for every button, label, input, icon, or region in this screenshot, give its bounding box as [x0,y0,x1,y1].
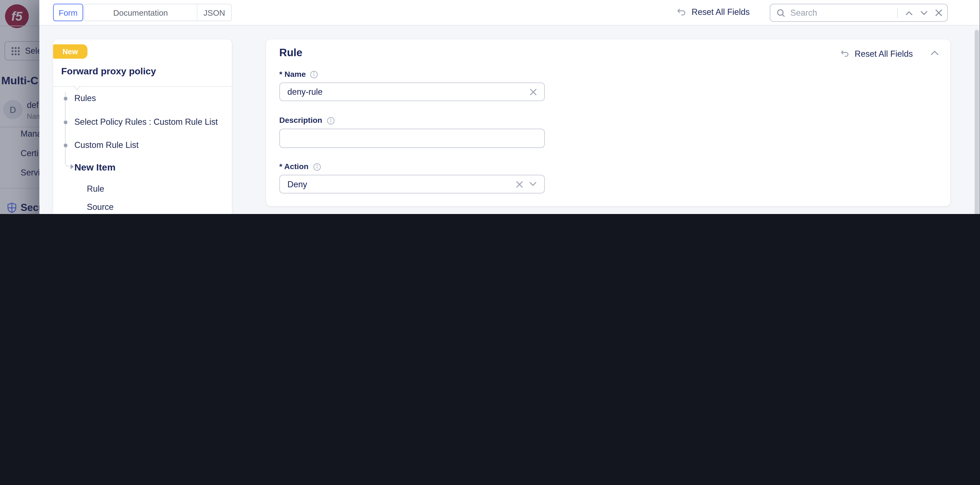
tab-form[interactable]: Form [53,4,83,21]
undo-icon [840,49,850,59]
collapse-notch-icon [73,86,83,92]
form-drawer: Form Documentation JSON Reset All Fields… [40,0,980,214]
drawer-content: New Forward proxy policy Rules Select Po… [40,25,980,214]
collapse-chevron-up-icon[interactable] [931,50,939,55]
tree-arrow-icon [71,164,73,169]
name-label: * Name [279,70,318,79]
rule-section: Rule Reset All Fields * Name deny-rule [266,39,951,207]
screen: f5 Sele Multi-C D def Nam Mana Certi Ser… [0,0,980,214]
tree-subitem-source[interactable]: Source [87,202,114,211]
scrollbar-thumb[interactable] [975,30,979,214]
tree-corner [65,158,71,166]
action-label: * Action [279,162,321,171]
search-close-icon[interactable] [935,10,942,16]
search-next-button[interactable] [920,10,928,15]
action-select[interactable]: Deny [279,175,545,193]
clear-name-icon[interactable] [530,89,537,95]
tree-item-custom-rule-list[interactable]: Custom Rule List [75,141,138,150]
tab-group: Documentation JSON [84,4,232,21]
wizard-title: Forward proxy policy [61,65,156,76]
rule-reset-all-fields-button[interactable]: Reset All Fields [840,49,913,59]
rule-heading: Rule [279,47,302,59]
info-icon[interactable] [310,70,318,78]
description-field[interactable] [279,128,545,148]
modal-scrim [0,0,40,214]
tree-item-select-policy-rules[interactable]: Select Policy Rules : Custom Rule List [75,117,218,127]
search-icon [776,8,785,17]
reset-all-fields-button[interactable]: Reset All Fields [676,7,750,17]
drawer-topbar: Form Documentation JSON Reset All Fields… [40,0,980,25]
description-label: Description [279,116,335,125]
tree-dot [64,144,67,147]
divider [897,8,898,17]
tab-documentation[interactable]: Documentation [84,5,197,21]
tree-dot [64,97,67,100]
rule-reset-label: Reset All Fields [854,49,913,59]
info-icon[interactable] [313,163,321,171]
new-badge: New [53,44,88,59]
tree-dot [64,120,67,124]
tree-item-rules[interactable]: Rules [75,94,96,103]
tab-json[interactable]: JSON [197,5,231,21]
wizard-panel: New Forward proxy policy Rules Select Po… [52,39,232,214]
search-input[interactable]: Search [770,4,948,22]
action-value: Deny [288,179,510,189]
reset-all-fields-label: Reset All Fields [692,8,750,17]
info-icon[interactable] [327,117,335,125]
name-value: deny-rule [288,87,524,97]
chevron-down-icon[interactable] [529,182,537,187]
name-field[interactable]: deny-rule [279,82,545,101]
clear-action-icon[interactable] [516,181,523,187]
undo-icon [676,7,687,17]
tree-line [65,92,65,163]
search-placeholder: Search [790,8,892,17]
search-prev-button[interactable] [905,10,913,15]
tree-subitem-rule[interactable]: Rule [87,184,104,193]
tree-item-new-item[interactable]: New Item [75,162,116,173]
